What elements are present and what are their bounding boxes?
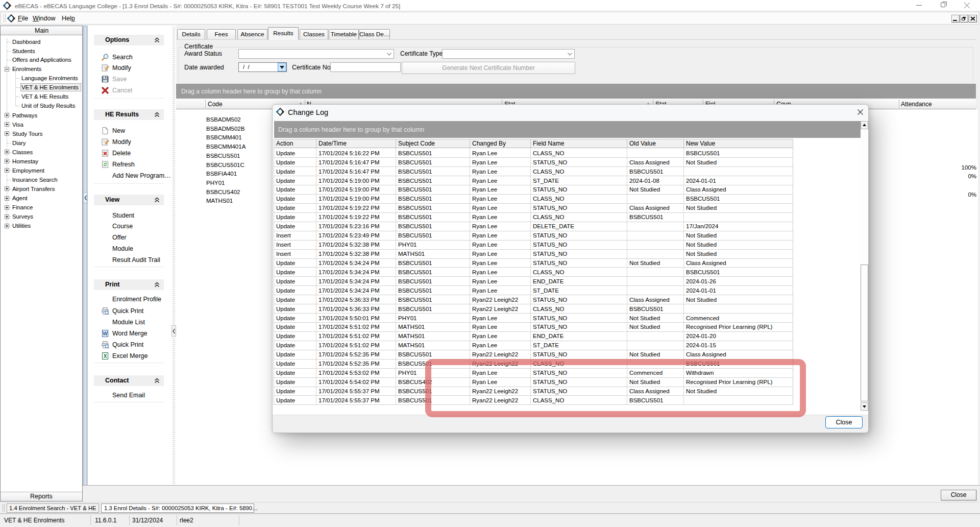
svg-text:W: W xyxy=(103,330,108,336)
svg-text:X: X xyxy=(104,353,107,359)
